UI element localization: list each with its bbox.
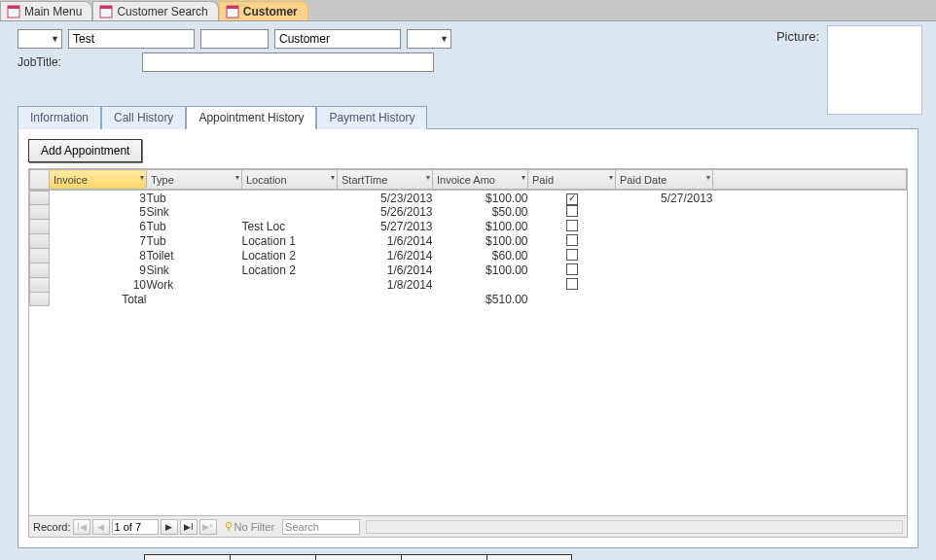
nav-new-button[interactable]: ▶*: [199, 519, 217, 535]
row-selector[interactable]: [30, 278, 50, 293]
cell-starttime[interactable]: 5/26/2013: [338, 205, 433, 220]
cell-paid[interactable]: [528, 205, 616, 220]
record-position-input[interactable]: [112, 519, 159, 535]
cell-type[interactable]: Toilet: [147, 249, 242, 263]
table-row[interactable]: 10Work1/8/2014: [30, 278, 907, 293]
last-name-input[interactable]: [274, 29, 401, 49]
print-button[interactable]: Print: [486, 554, 572, 560]
cell-paid[interactable]: [528, 263, 616, 278]
cell-invoice-amt[interactable]: $100.00: [433, 220, 528, 234]
record-search-input[interactable]: [282, 519, 360, 535]
cell-invoice[interactable]: 9: [50, 263, 147, 278]
add-appointment-button[interactable]: Add Appointment: [28, 139, 142, 162]
col-invoice-amt[interactable]: Invoice Amo▾: [433, 170, 528, 190]
checkbox-icon[interactable]: [566, 249, 578, 261]
cell-location[interactable]: [242, 192, 338, 205]
checkbox-icon[interactable]: [566, 263, 578, 275]
cell-paid[interactable]: [528, 278, 616, 293]
tab-appointment-history[interactable]: Appointment History: [186, 106, 316, 129]
cell-paid-date[interactable]: 5/27/2013: [616, 192, 713, 205]
cell-paid[interactable]: [528, 249, 616, 263]
cell-location[interactable]: [242, 205, 338, 220]
nav-prev-button[interactable]: ◀: [92, 519, 110, 535]
tab-payment-history[interactable]: Payment History: [316, 106, 427, 129]
picture-box[interactable]: [827, 25, 922, 115]
row-selector[interactable]: [30, 263, 50, 278]
cell-paid-date[interactable]: [616, 220, 713, 234]
cell-invoice-amt[interactable]: $100.00: [433, 192, 528, 205]
cell-location[interactable]: [242, 278, 338, 293]
cell-invoice-amt[interactable]: [433, 278, 528, 293]
table-row[interactable]: 8ToiletLocation 21/6/2014$60.00: [30, 249, 907, 263]
row-selector[interactable]: [30, 192, 50, 205]
col-location[interactable]: Location▾: [242, 170, 338, 190]
col-paid-date[interactable]: Paid Date▾: [616, 170, 713, 190]
cell-location[interactable]: Location 1: [242, 234, 338, 249]
cell-invoice[interactable]: 3: [50, 192, 147, 205]
cell-paid-date[interactable]: [616, 205, 713, 220]
cell-invoice[interactable]: 7: [50, 234, 147, 249]
cell-type[interactable]: Work: [147, 278, 242, 293]
cell-starttime[interactable]: 1/8/2014: [338, 278, 433, 293]
cell-type[interactable]: Sink: [147, 205, 242, 220]
row-selector[interactable]: [30, 205, 50, 220]
cell-paid[interactable]: [528, 192, 616, 205]
cell-invoice[interactable]: 6: [50, 220, 147, 234]
row-selector[interactable]: [30, 234, 50, 249]
row-selector[interactable]: [30, 220, 50, 234]
save-close-button[interactable]: Save & Close: [144, 554, 230, 560]
horizontal-scrollbar[interactable]: [366, 520, 903, 534]
checkbox-icon[interactable]: [566, 205, 578, 217]
first-name-input[interactable]: [68, 29, 195, 49]
cell-starttime[interactable]: 1/6/2014: [338, 249, 433, 263]
table-row[interactable]: 3Tub5/23/2013$100.005/27/2013: [30, 192, 907, 205]
checkbox-icon[interactable]: [566, 193, 578, 205]
checkbox-icon[interactable]: [566, 220, 578, 231]
cell-paid[interactable]: [528, 234, 616, 249]
cell-invoice-amt[interactable]: $100.00: [433, 234, 528, 249]
save-new-button[interactable]: Save & New: [230, 554, 315, 560]
row-selector[interactable]: [30, 249, 50, 263]
doc-tab-customer-search[interactable]: Customer Search: [92, 1, 218, 20]
select-all-header[interactable]: [30, 170, 50, 190]
cell-invoice-amt[interactable]: $50.00: [433, 205, 528, 220]
cell-invoice[interactable]: 5: [50, 205, 147, 220]
nav-next-button[interactable]: ▶: [161, 519, 178, 535]
checkbox-icon[interactable]: [566, 278, 578, 290]
cell-paid-date[interactable]: [616, 234, 713, 249]
cell-type[interactable]: Tub: [147, 234, 242, 249]
filter-indicator[interactable]: ⚲ No Filter: [225, 520, 275, 533]
cancel-button[interactable]: Cancel: [401, 554, 486, 560]
cell-starttime[interactable]: 5/23/2013: [338, 192, 433, 205]
cell-invoice[interactable]: 10: [50, 278, 147, 293]
cell-location[interactable]: Location 2: [242, 263, 338, 278]
nav-last-button[interactable]: ▶Ⅰ: [180, 519, 198, 535]
prefix-select[interactable]: ▼: [18, 29, 62, 49]
table-row[interactable]: 7TubLocation 11/6/2014$100.00: [30, 234, 907, 249]
cell-paid-date[interactable]: [616, 263, 713, 278]
cell-invoice-amt[interactable]: $100.00: [433, 263, 528, 278]
cell-paid-date[interactable]: [616, 249, 713, 263]
table-row[interactable]: 6TubTest Loc5/27/2013$100.00: [30, 220, 907, 234]
table-row[interactable]: 5Sink5/26/2013$50.00: [30, 205, 907, 220]
suffix-select[interactable]: ▼: [407, 29, 451, 49]
col-starttime[interactable]: StartTime▾: [338, 170, 433, 190]
cell-starttime[interactable]: 5/27/2013: [338, 220, 433, 234]
cell-paid-date[interactable]: [616, 278, 713, 293]
table-row[interactable]: 9SinkLocation 21/6/2014$100.00: [30, 263, 907, 278]
checkbox-icon[interactable]: [566, 234, 578, 246]
doc-tab-customer[interactable]: Customer: [219, 1, 308, 20]
delete-button[interactable]: Delete: [315, 554, 401, 560]
col-invoice[interactable]: Invoice▾: [50, 170, 147, 190]
tab-information[interactable]: Information: [18, 106, 101, 129]
nav-first-button[interactable]: Ⅰ◀: [73, 519, 90, 535]
doc-tab-main-menu[interactable]: Main Menu: [0, 1, 92, 20]
cell-paid[interactable]: [528, 220, 616, 234]
col-type[interactable]: Type▾: [147, 170, 242, 190]
cell-type[interactable]: Tub: [147, 192, 242, 205]
cell-type[interactable]: Tub: [147, 220, 242, 234]
col-paid[interactable]: Paid▾: [528, 170, 616, 190]
jobtitle-input[interactable]: [142, 52, 434, 72]
cell-starttime[interactable]: 1/6/2014: [338, 234, 433, 249]
cell-invoice-amt[interactable]: $60.00: [433, 249, 528, 263]
